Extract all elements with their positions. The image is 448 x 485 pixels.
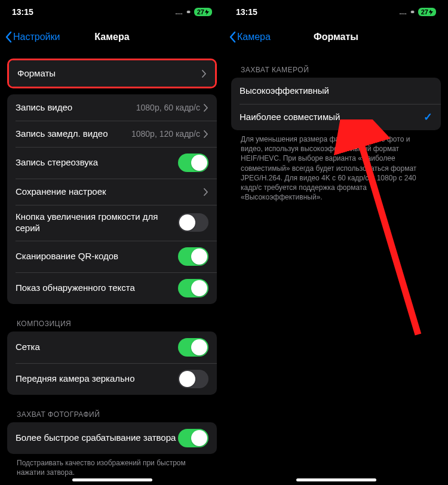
back-label: Камера bbox=[237, 32, 271, 42]
status-bar: 13:15 .... ⚭ 27 bbox=[224, 0, 448, 24]
row-label: Более быстрое срабатывание затвора bbox=[16, 432, 178, 444]
row-mirror-front[interactable]: Передняя камера зеркально bbox=[7, 363, 217, 395]
section-header-capture: ЗАХВАТ КАМЕРОЙ bbox=[224, 50, 448, 78]
group-composition: Сетка Передняя камера зеркально bbox=[7, 331, 217, 395]
nav-bar: Камера Форматы bbox=[224, 24, 448, 50]
status-time: 13:15 bbox=[12, 7, 33, 17]
section-footer-photo-capture: Подстраивать качество изображений при бы… bbox=[0, 454, 224, 477]
chevron-left-icon bbox=[229, 31, 236, 43]
row-qr-scan[interactable]: Сканирование QR-кодов bbox=[7, 241, 217, 272]
row-label: Сохранение настроек bbox=[16, 186, 204, 198]
row-label: Кнопка увеличения громкости для серий bbox=[16, 211, 178, 234]
row-label: Высокоэффективный bbox=[240, 85, 432, 97]
row-detail: 1080p, 120 кадр/с bbox=[131, 129, 200, 139]
row-preserve-settings[interactable]: Сохранение настроек bbox=[7, 179, 217, 205]
chevron-right-icon bbox=[204, 104, 208, 112]
chevron-left-icon bbox=[5, 31, 12, 43]
back-button[interactable]: Настройки bbox=[5, 31, 60, 43]
section-footer-capture: Для уменьшения размера файла снимайте фо… bbox=[224, 130, 448, 202]
row-label: Передняя камера зеркально bbox=[16, 373, 178, 385]
row-formats[interactable]: Форматы bbox=[9, 60, 215, 87]
row-label: Запись стереозвука bbox=[16, 157, 178, 168]
row-label: Запись замедл. видео bbox=[16, 128, 131, 140]
group-main: Запись видео 1080p, 60 кадр/с Запись зам… bbox=[7, 94, 217, 304]
screen-camera-settings: 13:15 .... ⚭ 27 Настройки Камера Форматы… bbox=[0, 0, 224, 485]
row-label: Форматы bbox=[17, 68, 202, 79]
status-indicators: .... ⚭ 27 bbox=[400, 8, 436, 16]
row-record-slomo[interactable]: Запись замедл. видео 1080p, 120 кадр/с bbox=[7, 121, 217, 147]
highlight-annotation: Форматы bbox=[7, 59, 217, 88]
home-indicator[interactable] bbox=[72, 478, 152, 481]
row-high-efficiency[interactable]: Высокоэффективный bbox=[231, 78, 441, 104]
row-most-compatible[interactable]: Наиболее совместимый ✓ bbox=[231, 104, 441, 130]
back-button[interactable]: Камера bbox=[229, 31, 271, 43]
row-label: Наиболее совместимый bbox=[240, 112, 424, 123]
chevron-right-icon bbox=[204, 188, 208, 196]
section-header-composition: КОМПОЗИЦИЯ bbox=[0, 304, 224, 331]
link-icon: ⚭ bbox=[410, 8, 415, 16]
status-indicators: .... ⚭ 27 bbox=[176, 8, 212, 16]
toggle-detected-text[interactable] bbox=[178, 279, 208, 297]
row-grid[interactable]: Сетка bbox=[7, 331, 217, 363]
toggle-grid[interactable] bbox=[178, 338, 208, 357]
home-indicator[interactable] bbox=[296, 478, 376, 481]
toggle-volume-burst[interactable] bbox=[178, 213, 208, 232]
row-volume-burst[interactable]: Кнопка увеличения громкости для серий bbox=[7, 205, 217, 241]
status-time: 13:15 bbox=[236, 7, 257, 17]
toggle-stereo[interactable] bbox=[178, 154, 208, 172]
toggle-faster-shutter[interactable] bbox=[178, 429, 208, 447]
link-icon: ⚭ bbox=[186, 8, 191, 16]
row-detected-text[interactable]: Показ обнаруженного текста bbox=[7, 272, 217, 304]
chevron-right-icon bbox=[204, 130, 208, 138]
row-label: Сканирование QR-кодов bbox=[16, 251, 178, 262]
row-faster-shutter[interactable]: Более быстрое срабатывание затвора bbox=[7, 422, 217, 454]
toggle-mirror-front[interactable] bbox=[178, 370, 208, 388]
row-label: Показ обнаруженного текста bbox=[16, 283, 178, 294]
nav-bar: Настройки Камера bbox=[0, 24, 224, 50]
row-record-video[interactable]: Запись видео 1080p, 60 кадр/с bbox=[7, 94, 217, 121]
section-header-photo-capture: ЗАХВАТ ФОТОГРАФИЙ bbox=[0, 395, 224, 422]
group-photo-capture: Более быстрое срабатывание затвора bbox=[7, 422, 217, 454]
row-stereo[interactable]: Запись стереозвука bbox=[7, 147, 217, 179]
battery-indicator: 27 bbox=[194, 8, 212, 16]
row-label: Запись видео bbox=[16, 102, 136, 113]
chevron-right-icon bbox=[202, 70, 207, 78]
row-detail: 1080p, 60 кадр/с bbox=[136, 103, 200, 112]
checkmark-icon: ✓ bbox=[424, 110, 432, 124]
back-label: Настройки bbox=[13, 32, 60, 42]
toggle-qr[interactable] bbox=[178, 247, 208, 266]
battery-indicator: 27 bbox=[418, 8, 436, 16]
group-capture-format: Высокоэффективный Наиболее совместимый ✓ bbox=[231, 78, 441, 130]
screen-formats: 13:15 .... ⚭ 27 Камера Форматы ЗАХВАТ КА… bbox=[224, 0, 448, 485]
status-bar: 13:15 .... ⚭ 27 bbox=[0, 0, 224, 24]
row-label: Сетка bbox=[16, 342, 178, 353]
